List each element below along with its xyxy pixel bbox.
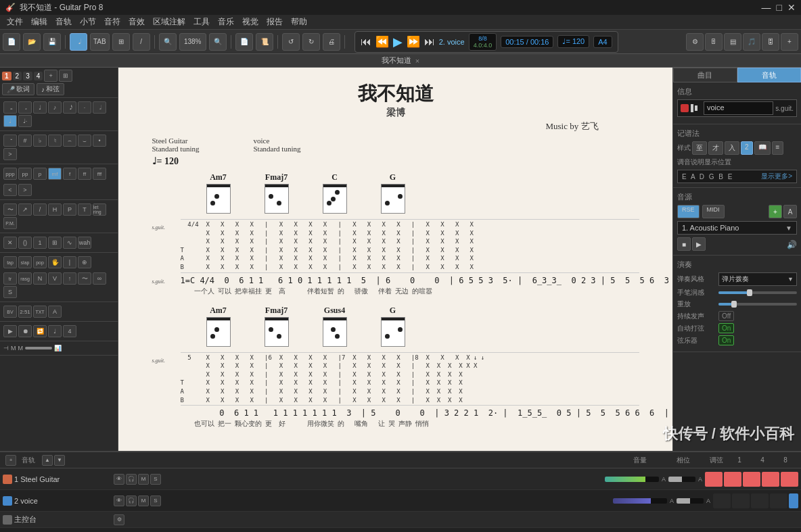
- menu-measure[interactable]: 小节: [76, 16, 100, 28]
- pop-icon[interactable]: pop: [33, 256, 47, 268]
- lyrics-btn[interactable]: 🎤歌词: [2, 83, 35, 95]
- up-strum-icon[interactable]: ↑: [63, 272, 76, 285]
- arpeggio-icon[interactable]: ∿: [63, 237, 76, 249]
- style-btn-1[interactable]: 至: [692, 141, 707, 155]
- note-x-icon[interactable]: ✕: [3, 237, 17, 249]
- menu-report[interactable]: 报告: [262, 16, 287, 28]
- style-btn-4[interactable]: 2: [741, 141, 753, 155]
- track1-headphone-btn[interactable]: 🎧: [126, 474, 137, 485]
- next-measure-btn[interactable]: ⏩: [407, 35, 420, 48]
- notation-view-btn[interactable]: 𝅘𝅥: [70, 33, 87, 51]
- bv-icon[interactable]: BV: [3, 306, 17, 318]
- whole-note-icon[interactable]: 𝅝: [3, 101, 17, 114]
- decrescendo-icon[interactable]: >: [18, 184, 32, 196]
- settings-btn[interactable]: ⚙: [686, 33, 704, 51]
- slide-icon[interactable]: /: [33, 203, 47, 216]
- half-note-icon[interactable]: 𝅗: [18, 101, 32, 114]
- tab-track[interactable]: 音轨: [737, 68, 802, 82]
- track1-mute-btn[interactable]: M: [138, 474, 149, 485]
- score-tab[interactable]: 我不知道: [382, 55, 411, 66]
- active-duration-icon[interactable]: ♩: [3, 115, 17, 127]
- strings-toggle[interactable]: On: [718, 335, 734, 345]
- tapping-icon[interactable]: T: [78, 203, 91, 216]
- window-controls[interactable]: — □ ✕: [762, 2, 796, 13]
- instrument-select-row[interactable]: 1. Acoustic Piano ▼: [677, 221, 797, 235]
- open-btn[interactable]: 📂: [23, 33, 41, 51]
- zoom-out-btn[interactable]: 🔍: [159, 33, 177, 51]
- p-dynamic-icon[interactable]: ppp: [3, 168, 17, 180]
- trill-icon[interactable]: tr: [3, 272, 17, 285]
- add-panel-btn[interactable]: +: [781, 33, 798, 51]
- pp-dynamic-icon[interactable]: pp: [18, 168, 32, 180]
- mixer-btn[interactable]: 🎚: [705, 33, 723, 51]
- new-btn[interactable]: 📄: [3, 33, 20, 51]
- mixer-collapse-btn[interactable]: ▲: [42, 455, 53, 466]
- notation-book-btn[interactable]: 📖: [754, 141, 771, 155]
- quarter-note-icon[interactable]: ♩: [33, 101, 47, 114]
- panel-btn[interactable]: ▤: [724, 33, 741, 51]
- notation-tab-btn[interactable]: ≡: [772, 141, 784, 155]
- txt-icon[interactable]: TXT: [33, 306, 47, 318]
- timer-icon[interactable]: 2:51: [18, 306, 32, 318]
- tab-view-btn[interactable]: TAB: [90, 33, 110, 51]
- menu-view[interactable]: 视觉: [238, 16, 262, 28]
- circle-icon[interactable]: ⊕: [78, 256, 91, 268]
- slash-view-btn[interactable]: /: [133, 33, 150, 51]
- zoom-in-btn[interactable]: 🔍: [209, 33, 227, 51]
- accent-icon[interactable]: >: [3, 148, 17, 160]
- bend-icon[interactable]: ↗: [18, 203, 32, 216]
- menu-music[interactable]: 音乐: [214, 16, 238, 28]
- track1-solo-btn[interactable]: S: [150, 474, 161, 485]
- midi-btn[interactable]: MIDI: [702, 205, 725, 218]
- sound-stop-btn[interactable]: ▶: [692, 237, 706, 251]
- track2-mute-btn[interactable]: M: [138, 495, 149, 506]
- track2-solo-btn[interactable]: S: [150, 495, 161, 506]
- hammer-icon[interactable]: H: [48, 203, 62, 216]
- auto-strum-toggle[interactable]: On: [718, 323, 734, 333]
- style-btn-3[interactable]: 入: [725, 141, 739, 155]
- mixed-view-btn[interactable]: ⊞: [112, 33, 130, 51]
- slap-icon[interactable]: slap: [18, 256, 32, 268]
- play-btn[interactable]: ▶: [393, 34, 403, 49]
- go-end-btn[interactable]: ⏭: [424, 36, 435, 48]
- mixer-expand-btn[interactable]: ▼: [54, 455, 65, 466]
- chord-icon2[interactable]: ⊞: [48, 237, 62, 249]
- note-ghost-icon[interactable]: (): [18, 237, 32, 249]
- duration-6-icon[interactable]: ·: [78, 101, 91, 114]
- sound-play-btn[interactable]: ■: [677, 237, 691, 251]
- track1-eye-btn[interactable]: 👁: [114, 474, 124, 485]
- a-icon[interactable]: A: [48, 306, 62, 318]
- strum-style-select[interactable]: 弹片拨奏 ▼: [718, 272, 797, 286]
- menu-edit[interactable]: 编辑: [27, 16, 51, 28]
- rest-icon[interactable]: 𝄻: [3, 135, 17, 147]
- menu-note[interactable]: 音符: [100, 16, 124, 28]
- rasg-icon[interactable]: rasg: [18, 272, 32, 285]
- track1-volume-bar[interactable]: [605, 477, 659, 482]
- rse-btn[interactable]: RSE: [677, 205, 700, 218]
- menu-track[interactable]: 音轨: [51, 16, 76, 28]
- track2-headphone-btn[interactable]: 🎧: [126, 495, 137, 506]
- score-content[interactable]: 我不知道 梁博 Music by 艺飞 Steel Guitar Standar…: [118, 68, 672, 451]
- crescendo-icon[interactable]: <: [3, 184, 17, 196]
- chord-btn2[interactable]: 🎵: [743, 33, 760, 51]
- natural-icon[interactable]: ♮: [48, 135, 62, 147]
- menu-annotation[interactable]: 区域注解: [149, 16, 189, 28]
- record-icon[interactable]: ⏺: [18, 325, 32, 337]
- palm-icon[interactable]: 🖐: [48, 256, 62, 268]
- pulloff-icon[interactable]: P: [63, 203, 76, 216]
- save-btn[interactable]: 💾: [43, 33, 61, 51]
- print-btn[interactable]: 🖨: [323, 33, 340, 51]
- track-settings-icon[interactable]: ⊞: [59, 70, 72, 82]
- sharp-icon[interactable]: #: [18, 135, 32, 147]
- fff-dynamic-icon[interactable]: fff: [93, 168, 106, 180]
- pm-icon[interactable]: P.M.: [3, 217, 17, 229]
- sound-add-btn[interactable]: +: [769, 205, 782, 218]
- staccato-icon[interactable]: •: [93, 135, 106, 147]
- play-small-icon[interactable]: ▶: [3, 325, 17, 337]
- effects-btn[interactable]: 🎛: [762, 33, 779, 51]
- count-in-icon[interactable]: 4: [63, 325, 76, 337]
- squiggle-icon[interactable]: 〜: [78, 272, 91, 285]
- menu-effect[interactable]: 音效: [124, 16, 149, 28]
- duration-7-icon[interactable]: 𝅗𝅥: [93, 101, 106, 114]
- note-slider[interactable]: [25, 347, 52, 349]
